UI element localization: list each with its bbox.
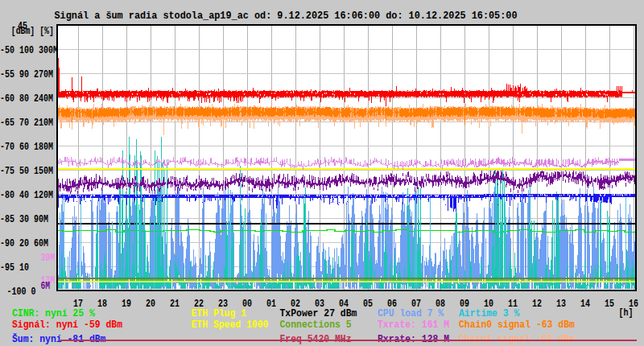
svg-text:05: 05 [363, 299, 373, 310]
svg-text:-55 90 270M: -55 90 270M [0, 69, 53, 80]
svg-text:-70 60 180M: -70 60 180M [0, 142, 53, 153]
svg-text:CINR: nyní 25 %: CINR: nyní 25 % [12, 307, 95, 319]
svg-text:13: 13 [556, 299, 566, 310]
svg-text:[h]: [h] [619, 307, 634, 319]
svg-text:01: 01 [266, 299, 276, 310]
svg-text:18: 18 [97, 299, 107, 310]
svg-text:CPU load 7 %: CPU load 7 % [378, 307, 444, 319]
svg-text:Rxrate: 128 M: Rxrate: 128 M [378, 333, 449, 345]
svg-text:20: 20 [146, 299, 155, 310]
svg-text:Airtime 3 %: Airtime 3 % [459, 307, 520, 319]
svg-text:-75 50 150M: -75 50 150M [0, 166, 53, 177]
svg-text:TxPower 27 dBm: TxPower 27 dBm [280, 307, 357, 319]
svg-text:12: 12 [532, 299, 542, 310]
svg-text:-60 80 240M: -60 80 240M [0, 93, 53, 105]
svg-text:19: 19 [122, 299, 131, 310]
svg-text:ETH Speed 1000: ETH Speed 1000 [192, 319, 269, 331]
svg-text:21: 21 [170, 299, 180, 310]
svg-text:-90 20 60M: -90 20 60M [0, 238, 48, 249]
svg-text:39M: 39M [41, 253, 56, 264]
svg-text:-85 30 90M: -85 30 90M [0, 214, 48, 225]
svg-text:Chain0 signal -63 dBm: Chain0 signal -63 dBm [459, 319, 575, 331]
svg-text:Signál a šum radia stodola_ap1: Signál a šum radia stodola_ap19_ac od: 9… [55, 10, 518, 22]
svg-text:-65 70 210M: -65 70 210M [0, 117, 53, 129]
svg-text:14: 14 [580, 299, 590, 310]
svg-text:Freq 5420 MHz: Freq 5420 MHz [280, 333, 352, 345]
svg-text:Signál: nyní -59 dBm: Signál: nyní -59 dBm [12, 319, 122, 331]
svg-text:6M: 6M [41, 281, 51, 292]
svg-text:Chain1 signal -63 dBm: Chain1 signal -63 dBm [459, 333, 575, 345]
svg-text:-80 40 120M: -80 40 120M [0, 190, 53, 201]
svg-text:Txrate: 161 M: Txrate: 161 M [378, 319, 449, 331]
svg-text:Connections 5: Connections 5 [280, 319, 352, 331]
svg-text:-100 0: -100 0 [7, 286, 36, 298]
svg-text:[dBm] [%]: [dBm] [%] [11, 26, 54, 37]
svg-text:-95 10: -95 10 [0, 262, 29, 274]
svg-text:ETH Plug 1: ETH Plug 1 [192, 307, 247, 319]
svg-text:Šum: nyní -81 dBm: Šum: nyní -81 dBm [12, 333, 106, 345]
svg-text:15: 15 [605, 299, 614, 310]
svg-text:-50 100 300M: -50 100 300M [0, 45, 58, 56]
